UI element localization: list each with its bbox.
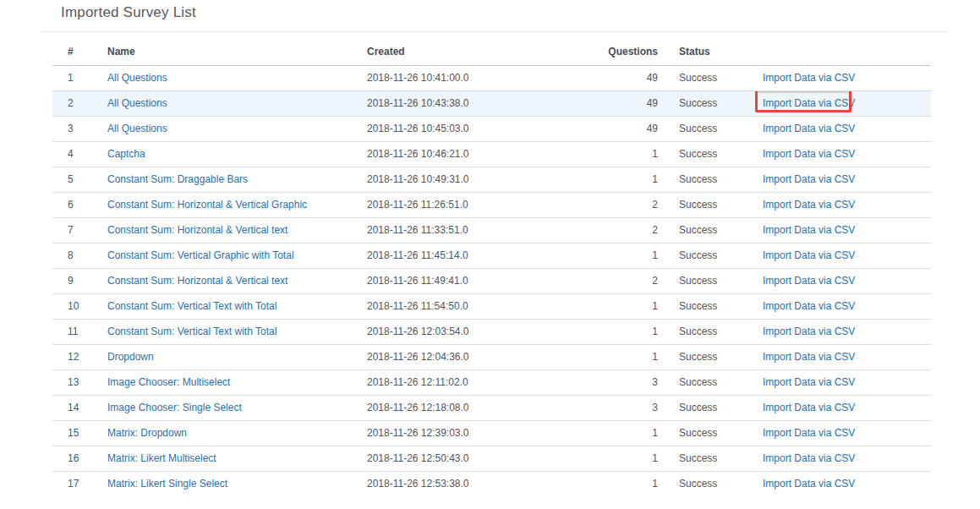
- action-cell: Import Data via CSV: [742, 344, 931, 369]
- survey-name-link[interactable]: Matrix: Likert Multiselect: [107, 452, 216, 464]
- survey-name-link[interactable]: Dropdown: [107, 351, 154, 363]
- questions-count-cell: 1: [602, 446, 660, 471]
- row-number-cell: 15: [52, 420, 100, 446]
- survey-name-link[interactable]: All Questions: [107, 72, 167, 84]
- created-cell: 2018-11-26 11:49:41.0: [360, 268, 602, 293]
- import-data-csv-link[interactable]: Import Data via CSV: [763, 224, 855, 236]
- imported-survey-table: # Name Created Questions Status 1All Que…: [52, 38, 931, 496]
- action-cell: Import Data via CSV: [742, 293, 931, 319]
- questions-count-cell: 1: [602, 344, 660, 369]
- survey-name-link[interactable]: Constant Sum: Horizontal & Vertical Grap…: [107, 199, 307, 211]
- table-row: 7Constant Sum: Horizontal & Vertical tex…: [52, 217, 931, 243]
- table-row: 12Dropdown2018-11-26 12:04:36.01SuccessI…: [52, 344, 931, 369]
- action-cell: Import Data via CSV: [742, 217, 931, 243]
- status-cell: Success: [660, 116, 742, 141]
- import-data-csv-link[interactable]: Import Data via CSV: [763, 173, 855, 185]
- survey-name-cell: Constant Sum: Horizontal & Vertical text: [100, 268, 360, 293]
- created-cell: 2018-11-26 12:18:08.0: [360, 395, 602, 420]
- status-cell: Success: [660, 344, 742, 369]
- import-data-csv-link[interactable]: Import Data via CSV: [763, 376, 855, 388]
- survey-name-cell: Dropdown: [100, 344, 360, 369]
- survey-name-link[interactable]: Image Chooser: Multiselect: [107, 376, 230, 388]
- created-cell: 2018-11-26 11:33:51.0: [360, 217, 602, 243]
- questions-count-cell: 1: [602, 420, 660, 446]
- survey-name-cell: Constant Sum: Vertical Text with Total: [100, 293, 360, 319]
- row-number-cell: 16: [52, 446, 100, 471]
- survey-name-cell: Constant Sum: Draggable Bars: [100, 167, 360, 192]
- survey-name-link[interactable]: Image Chooser: Single Select: [107, 402, 242, 413]
- questions-count-cell: 49: [602, 90, 660, 116]
- survey-name-link[interactable]: Constant Sum: Horizontal & Vertical text: [107, 275, 287, 287]
- created-cell: 2018-11-26 10:43:38.0: [360, 90, 602, 116]
- questions-count-cell: 3: [602, 369, 660, 395]
- action-cell: Import Data via CSV: [742, 243, 931, 268]
- row-number-cell: 14: [52, 395, 100, 420]
- created-cell: 2018-11-26 11:45:14.0: [360, 243, 602, 268]
- created-cell: 2018-11-26 12:39:03.0: [360, 420, 602, 446]
- survey-name-link[interactable]: Matrix: Likert Single Select: [107, 478, 227, 490]
- survey-name-link[interactable]: Constant Sum: Draggable Bars: [107, 173, 248, 185]
- import-data-csv-link[interactable]: Import Data via CSV: [763, 275, 855, 287]
- status-cell: Success: [660, 369, 742, 395]
- survey-name-cell: Image Chooser: Single Select: [100, 395, 360, 420]
- survey-name-cell: Image Chooser: Multiselect: [100, 369, 360, 395]
- table-row: 11Constant Sum: Vertical Text with Total…: [52, 319, 931, 344]
- import-data-csv-link[interactable]: Import Data via CSV: [763, 148, 855, 160]
- row-number-cell: 7: [52, 217, 100, 243]
- table-row: 3All Questions2018-11-26 10:45:03.049Suc…: [52, 116, 931, 141]
- survey-name-cell: Constant Sum: Vertical Graphic with Tota…: [100, 243, 360, 268]
- survey-name-cell: Constant Sum: Horizontal & Vertical text: [100, 217, 360, 243]
- questions-count-cell: 1: [602, 319, 660, 344]
- import-data-csv-link[interactable]: Import Data via CSV: [763, 72, 855, 84]
- created-cell: 2018-11-26 10:49:31.0: [360, 167, 602, 192]
- created-cell: 2018-11-26 12:03:54.0: [360, 319, 602, 344]
- table-row: 8Constant Sum: Vertical Graphic with Tot…: [52, 243, 931, 268]
- import-data-csv-link[interactable]: Import Data via CSV: [763, 478, 855, 490]
- status-cell: Success: [660, 395, 742, 420]
- survey-name-link[interactable]: All Questions: [107, 123, 167, 134]
- status-cell: Success: [660, 420, 742, 446]
- questions-count-cell: 3: [602, 395, 660, 420]
- import-data-csv-link[interactable]: Import Data via CSV: [763, 123, 855, 134]
- survey-name-link[interactable]: Constant Sum: Vertical Text with Total: [107, 300, 276, 312]
- survey-name-link[interactable]: All Questions: [107, 97, 167, 109]
- survey-name-cell: All Questions: [100, 90, 360, 116]
- status-cell: Success: [660, 90, 742, 116]
- table-header-row: # Name Created Questions Status: [52, 38, 931, 65]
- row-number-cell: 5: [52, 167, 100, 192]
- title-divider: [41, 31, 949, 32]
- survey-name-link[interactable]: Constant Sum: Vertical Graphic with Tota…: [107, 249, 294, 261]
- created-cell: 2018-11-26 10:46:21.0: [360, 141, 602, 167]
- survey-name-link[interactable]: Constant Sum: Horizontal & Vertical text: [107, 224, 287, 236]
- row-number-cell: 9: [52, 268, 100, 293]
- created-cell: 2018-11-26 12:11:02.0: [360, 369, 602, 395]
- import-data-csv-link[interactable]: Import Data via CSV: [763, 249, 855, 261]
- import-data-csv-link[interactable]: Import Data via CSV: [763, 452, 855, 464]
- table-row: 6Constant Sum: Horizontal & Vertical Gra…: [52, 192, 931, 217]
- import-data-csv-link[interactable]: Import Data via CSV: [763, 199, 855, 211]
- status-cell: Success: [660, 192, 742, 217]
- action-cell: Import Data via CSV: [742, 167, 931, 192]
- action-cell: Import Data via CSV: [742, 268, 931, 293]
- row-number-cell: 12: [52, 344, 100, 369]
- survey-name-cell: Constant Sum: Vertical Text with Total: [100, 319, 360, 344]
- survey-name-link[interactable]: Captcha: [107, 148, 145, 160]
- import-data-csv-link[interactable]: Import Data via CSV: [763, 300, 855, 312]
- row-number-cell: 4: [52, 141, 100, 167]
- row-number-cell: 1: [52, 65, 100, 90]
- action-cell: Import Data via CSV: [742, 65, 931, 90]
- import-data-csv-link[interactable]: Import Data via CSV: [763, 402, 855, 413]
- survey-name-link[interactable]: Matrix: Dropdown: [107, 427, 187, 439]
- import-data-csv-link[interactable]: Import Data via CSV: [763, 97, 855, 109]
- table-row: 14Image Chooser: Single Select2018-11-26…: [52, 395, 931, 420]
- import-data-csv-link[interactable]: Import Data via CSV: [763, 326, 855, 337]
- created-cell: 2018-11-26 12:50:43.0: [360, 446, 602, 471]
- action-cell: Import Data via CSV: [742, 116, 931, 141]
- created-cell: 2018-11-26 11:26:51.0: [360, 192, 602, 217]
- survey-name-link[interactable]: Constant Sum: Vertical Text with Total: [107, 326, 276, 337]
- row-number-cell: 2: [52, 90, 100, 116]
- import-data-csv-link[interactable]: Import Data via CSV: [763, 427, 855, 439]
- row-number-cell: 3: [52, 116, 100, 141]
- import-data-csv-link[interactable]: Import Data via CSV: [763, 351, 855, 363]
- table-row: 1All Questions2018-11-26 10:41:00.049Suc…: [52, 65, 931, 90]
